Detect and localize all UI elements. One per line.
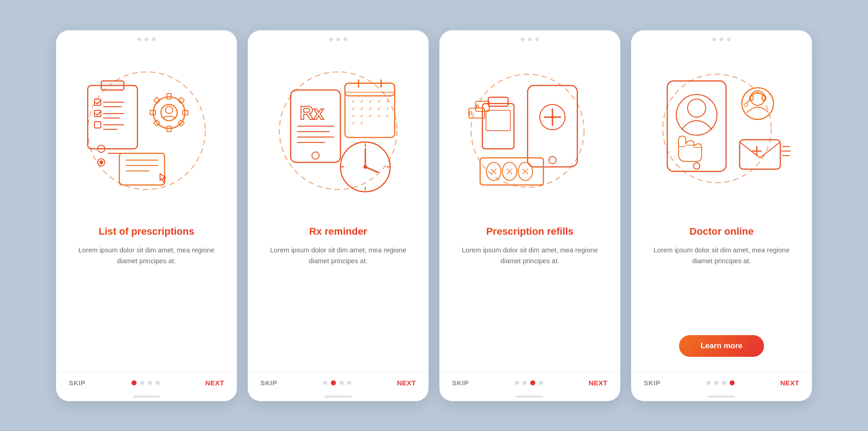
card-doctor: Doctor online Lorem ipsum dolor sit dim … — [631, 30, 812, 401]
top-dot — [344, 38, 347, 41]
card-content-reminder: Rx reminder Lorem ipsum dolor sit dim am… — [248, 217, 429, 371]
dot-3 — [722, 381, 726, 385]
skip-button-refills[interactable]: SKIP — [452, 379, 469, 387]
card-desc-refills: Lorem ipsum dolor sit dim amet, mea regi… — [454, 245, 606, 364]
top-dot — [521, 38, 524, 41]
card-top-indicator — [248, 30, 429, 45]
progress-bar-doctor — [708, 396, 735, 398]
card-content-prescriptions: List of prescriptions Lorem ipsum dolor … — [56, 217, 237, 371]
svg-line-5 — [97, 100, 100, 104]
svg-rect-83 — [528, 85, 577, 167]
top-dot — [329, 38, 333, 41]
svg-point-17 — [161, 104, 177, 121]
svg-point-26 — [165, 106, 173, 114]
svg-text:✓: ✓ — [377, 113, 381, 118]
card-reminder: Rx ✓ ✓ ✓ ✓ ✓ — [248, 30, 429, 401]
svg-rect-32 — [119, 153, 165, 185]
card-prescriptions: List of prescriptions Lorem ipsum dolor … — [56, 30, 237, 401]
svg-text:✓: ✓ — [351, 120, 355, 126]
svg-point-87 — [549, 156, 556, 164]
dot-2 — [331, 380, 336, 385]
card-footer-reminder: SKIP NEXT — [248, 371, 429, 396]
svg-text:Rx: Rx — [300, 102, 324, 123]
progress-bar-prescriptions — [133, 396, 160, 398]
progress-bar-reminder — [325, 396, 352, 398]
svg-rect-88 — [480, 158, 543, 185]
svg-rect-46 — [345, 83, 395, 96]
svg-point-16 — [153, 97, 185, 128]
card-footer-refills: SKIP NEXT — [439, 371, 620, 396]
svg-line-70 — [365, 167, 378, 172]
skip-button-doctor[interactable]: SKIP — [644, 379, 660, 387]
svg-text:✓: ✓ — [386, 99, 390, 104]
card-content-refills: Prescription refills Lorem ipsum dolor s… — [439, 217, 620, 371]
card-title-refills: Prescription refills — [454, 226, 606, 237]
top-dot — [720, 38, 723, 41]
svg-point-111 — [744, 103, 748, 107]
svg-text:✓: ✓ — [368, 99, 373, 104]
top-dot — [727, 38, 731, 41]
dot-1 — [707, 381, 711, 385]
svg-point-105 — [693, 163, 700, 169]
svg-text:✓: ✓ — [377, 106, 381, 111]
illustration-prescriptions — [56, 45, 237, 217]
skip-button-prescriptions[interactable]: SKIP — [69, 379, 85, 387]
dot-4 — [730, 380, 735, 385]
card-title-reminder: Rx reminder — [262, 226, 414, 237]
svg-text:✓: ✓ — [351, 106, 355, 111]
dot-3 — [148, 381, 152, 385]
dot-1 — [323, 381, 327, 385]
svg-text:✓: ✓ — [377, 99, 381, 104]
dot-4 — [539, 381, 543, 385]
svg-point-101 — [688, 99, 706, 117]
top-dot — [535, 38, 539, 41]
top-dot — [712, 38, 716, 41]
svg-text:✓: ✓ — [351, 99, 355, 104]
pagination-dots-prescriptions — [132, 380, 160, 385]
svg-text:✓: ✓ — [360, 99, 364, 104]
next-button-prescriptions[interactable]: NEXT — [205, 379, 224, 387]
top-dot — [145, 38, 148, 41]
skip-button-reminder[interactable]: SKIP — [260, 379, 277, 387]
next-button-doctor[interactable]: NEXT — [780, 379, 799, 387]
pagination-dots-doctor — [707, 380, 735, 385]
svg-point-31 — [99, 161, 103, 164]
illustration-reminder: Rx ✓ ✓ ✓ ✓ ✓ — [248, 45, 429, 217]
svg-point-44 — [312, 152, 319, 159]
svg-rect-112 — [740, 140, 780, 169]
card-title-doctor: Doctor online — [646, 226, 797, 237]
svg-rect-77 — [488, 97, 508, 106]
svg-text:✓: ✓ — [368, 106, 373, 111]
card-desc-prescriptions: Lorem ipsum dolor sit dim amet, mea regi… — [71, 245, 222, 364]
svg-point-98 — [663, 74, 771, 183]
card-title-prescriptions: List of prescriptions — [71, 226, 222, 237]
dot-1 — [515, 381, 519, 385]
card-refills: Prescription refills Lorem ipsum dolor s… — [439, 30, 620, 401]
dot-2 — [523, 381, 527, 385]
next-button-refills[interactable]: NEXT — [589, 379, 608, 387]
card-desc-reminder: Lorem ipsum dolor sit dim amet, mea regi… — [262, 245, 414, 364]
dot-1 — [132, 380, 137, 385]
svg-text:✓: ✓ — [386, 113, 390, 118]
card-desc-doctor: Lorem ipsum dolor sit dim amet, mea regi… — [646, 245, 797, 328]
svg-text:✓: ✓ — [386, 106, 390, 111]
learn-more-button[interactable]: Learn more — [679, 335, 764, 357]
next-button-reminder[interactable]: NEXT — [397, 379, 416, 387]
illustration-doctor — [631, 45, 812, 217]
dot-4 — [156, 381, 160, 385]
card-top-indicator — [631, 30, 812, 45]
card-footer-prescriptions: SKIP NEXT — [56, 371, 237, 396]
top-dot — [152, 38, 156, 41]
svg-rect-13 — [94, 122, 101, 128]
dot-3 — [340, 381, 344, 385]
illustration-refills — [439, 45, 620, 217]
card-footer-doctor: SKIP NEXT — [631, 371, 812, 396]
svg-rect-1 — [88, 85, 137, 149]
card-top-indicator — [439, 30, 620, 45]
card-top-indicator — [56, 30, 237, 45]
svg-text:✓: ✓ — [360, 120, 364, 126]
top-dot — [528, 38, 532, 41]
card-content-doctor: Doctor online Lorem ipsum dolor sit dim … — [631, 217, 812, 371]
svg-text:✓: ✓ — [368, 113, 373, 118]
top-dot — [336, 38, 340, 41]
